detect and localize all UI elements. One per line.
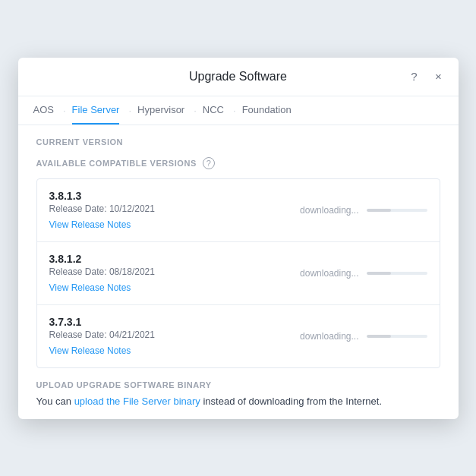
modal-title: Upgrade Software bbox=[189, 70, 287, 84]
view-notes-link-1[interactable]: View Release Notes bbox=[49, 219, 131, 230]
download-status-2: downloading... bbox=[260, 268, 427, 279]
progress-bar-container-1 bbox=[367, 209, 427, 212]
tab-bar: AOS · File Server · Hypervisor · NCC · F… bbox=[18, 96, 459, 125]
upload-text-before: You can bbox=[36, 396, 74, 407]
upload-label: UPLOAD UPGRADE SOFTWARE BINARY bbox=[36, 380, 440, 389]
progress-bar-fill-3 bbox=[367, 335, 391, 338]
download-status-1: downloading... bbox=[260, 205, 427, 216]
available-versions-help-icon[interactable]: ? bbox=[203, 157, 215, 169]
tab-sep-2: · bbox=[128, 105, 131, 116]
tab-sep-4: · bbox=[233, 105, 236, 116]
current-version-section: CURRENT VERSION bbox=[36, 137, 440, 147]
available-versions-row: AVAILABLE COMPATIBLE VERSIONS ? bbox=[36, 157, 440, 169]
available-versions-label: AVAILABLE COMPATIBLE VERSIONS bbox=[36, 159, 197, 168]
table-row: 3.8.1.2 Release Date: 08/18/2021 View Re… bbox=[37, 242, 440, 305]
upload-binary-link[interactable]: upload the File Server binary bbox=[74, 396, 200, 407]
version-info-3: 3.7.3.1 Release Date: 04/21/2021 View Re… bbox=[49, 316, 260, 357]
tab-foundation[interactable]: Foundation bbox=[242, 96, 292, 125]
release-date-1: Release Date: 10/12/2021 bbox=[49, 203, 260, 214]
progress-bar-fill-2 bbox=[367, 272, 391, 275]
tab-hypervisor[interactable]: Hypervisor bbox=[137, 96, 184, 125]
versions-list: 3.8.1.3 Release Date: 10/12/2021 View Re… bbox=[36, 178, 440, 368]
view-notes-link-3[interactable]: View Release Notes bbox=[49, 345, 131, 356]
version-number-1: 3.8.1.3 bbox=[49, 190, 260, 202]
release-date-2: Release Date: 08/18/2021 bbox=[49, 266, 260, 277]
downloading-text-2: downloading... bbox=[300, 268, 358, 279]
release-date-3: Release Date: 04/21/2021 bbox=[49, 329, 260, 340]
version-info-2: 3.8.1.2 Release Date: 08/18/2021 View Re… bbox=[49, 253, 260, 294]
tab-file-server[interactable]: File Server bbox=[72, 96, 120, 125]
progress-bar-container-2 bbox=[367, 272, 427, 275]
upload-text-after: instead of downloading from the Internet… bbox=[200, 396, 382, 407]
upload-section: UPLOAD UPGRADE SOFTWARE BINARY You can u… bbox=[36, 380, 440, 407]
table-row: 3.8.1.3 Release Date: 10/12/2021 View Re… bbox=[37, 179, 440, 242]
header-actions: ? × bbox=[407, 69, 446, 84]
tab-ncc[interactable]: NCC bbox=[203, 96, 224, 125]
modal-body: CURRENT VERSION AVAILABLE COMPATIBLE VER… bbox=[18, 125, 459, 419]
progress-bar-container-3 bbox=[367, 335, 427, 338]
tab-sep-1: · bbox=[63, 105, 66, 116]
version-number-3: 3.7.3.1 bbox=[49, 316, 260, 328]
current-version-label: CURRENT VERSION bbox=[36, 137, 440, 147]
version-info-1: 3.8.1.3 Release Date: 10/12/2021 View Re… bbox=[49, 190, 260, 231]
version-number-2: 3.8.1.2 bbox=[49, 253, 260, 265]
tab-aos[interactable]: AOS bbox=[33, 96, 54, 125]
download-status-3: downloading... bbox=[260, 331, 427, 342]
progress-bar-fill-1 bbox=[367, 209, 391, 212]
help-button[interactable]: ? bbox=[407, 69, 422, 84]
tab-sep-3: · bbox=[194, 105, 197, 116]
upload-text: You can upload the File Server binary in… bbox=[36, 396, 440, 407]
modal-header: Upgrade Software ? × bbox=[18, 58, 459, 96]
view-notes-link-2[interactable]: View Release Notes bbox=[49, 282, 131, 293]
downloading-text-1: downloading... bbox=[300, 205, 358, 216]
close-button[interactable]: × bbox=[431, 69, 446, 84]
downloading-text-3: downloading... bbox=[300, 331, 358, 342]
table-row: 3.7.3.1 Release Date: 04/21/2021 View Re… bbox=[37, 305, 440, 367]
upgrade-software-modal: Upgrade Software ? × AOS · File Server ·… bbox=[18, 58, 459, 419]
